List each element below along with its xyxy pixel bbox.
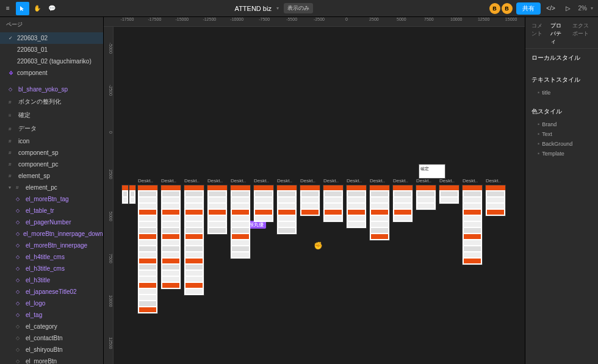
- layer-item[interactable]: #データ: [0, 122, 103, 135]
- layer-item[interactable]: #component_sp: [0, 147, 103, 159]
- layer-item[interactable]: ◇el_shiryouBtn: [0, 344, 103, 355]
- artboard-frame[interactable]: Deskt..: [486, 185, 505, 216]
- artboard-frame[interactable]: Deskt..: [463, 185, 482, 265]
- artboard-frame[interactable]: Deskt..: [323, 185, 343, 222]
- left-panel: ページ ✓220603_02220603_01220603_02 (taguch…: [0, 17, 104, 364]
- comment-tool[interactable]: 💬: [45, 2, 59, 15]
- layer-item[interactable]: ◇el_moreBtn: [0, 355, 103, 364]
- color-style-item[interactable]: Text: [531, 129, 592, 139]
- share-button[interactable]: 共有: [516, 2, 541, 15]
- artboard-frame[interactable]: Deskt..: [231, 185, 250, 259]
- page-item[interactable]: ✓220603_02: [0, 32, 103, 44]
- artboard-frame[interactable]: Deskt..: [184, 185, 204, 295]
- artboard-frame[interactable]: Deskt..: [254, 185, 273, 222]
- layer-item[interactable]: ◇el_tag: [0, 309, 103, 321]
- hand-tool[interactable]: ✋: [31, 2, 44, 15]
- hand-cursor-icon: ✊: [314, 241, 323, 250]
- layer-item[interactable]: ◇el_contactBtn: [0, 332, 103, 344]
- present-icon[interactable]: ▷: [561, 2, 575, 15]
- layer-item[interactable]: #element_sp: [0, 170, 103, 182]
- page-item[interactable]: 220603_01: [0, 44, 103, 55]
- move-tool[interactable]: [16, 2, 29, 15]
- layer-item[interactable]: ◇el_table_tr: [0, 205, 103, 216]
- avatar[interactable]: B: [502, 3, 513, 14]
- avatars[interactable]: BB: [489, 3, 513, 14]
- file-name[interactable]: ATTEND biz: [235, 5, 272, 12]
- avatar[interactable]: B: [489, 3, 500, 14]
- canvas[interactable]: -17500-17500-15000-12500-10000-7500-5500…: [104, 17, 525, 364]
- pages-section-title: ページ: [0, 17, 103, 32]
- layer-item[interactable]: #icon: [0, 135, 103, 147]
- artboard-frame[interactable]: Deskt..: [370, 185, 389, 240]
- layer-item[interactable]: ◇el_h3title_cms: [0, 263, 103, 274]
- local-styles-title: ローカルスタイル: [531, 54, 592, 62]
- artboard-frame[interactable]: [129, 185, 135, 204]
- artboard-frame[interactable]: Deskt..: [207, 185, 227, 234]
- color-style-item[interactable]: Brand: [531, 120, 592, 129]
- floating-selection[interactable]: 確定: [419, 164, 445, 179]
- layer-item[interactable]: ◇el_moreBtn_innerpage: [0, 240, 103, 251]
- artboard-frame[interactable]: Deskt..: [138, 185, 157, 313]
- text-style-item[interactable]: title: [531, 88, 592, 98]
- layer-item[interactable]: ◇el_moreBtn_tag: [0, 193, 103, 205]
- artboard-frame[interactable]: Deskt..: [161, 185, 181, 289]
- layer-item[interactable]: ◇el_h3title: [0, 274, 103, 286]
- layer-item[interactable]: ◇el_pagerNumber: [0, 216, 103, 228]
- layer-item[interactable]: ◇el_moreBtn_innerpage_down: [0, 228, 103, 240]
- layers-list: ◇bl_share_yoko_sp#ボタンの整列化≡確定#データ#icon#co…: [0, 84, 103, 364]
- color-styles-title: 色スタイル: [531, 107, 592, 116]
- text-styles-title: テキストスタイル: [531, 76, 592, 84]
- inspector-tab[interactable]: エクスポート: [572, 22, 592, 46]
- layer-item[interactable]: ◇el_japaneseTitle02: [0, 286, 103, 298]
- artboard-frame[interactable]: Deskt..: [347, 185, 366, 228]
- dev-mode-icon[interactable]: </>: [544, 2, 558, 15]
- view-mode-badge: 表示のみ: [284, 3, 313, 13]
- artboard-frame[interactable]: Deskt..: [439, 185, 459, 204]
- color-style-item[interactable]: Template: [531, 149, 592, 159]
- right-panel: コメントプロパティエクスポート ローカルスタイル テキストスタイル title …: [525, 17, 598, 364]
- page-item[interactable]: ❖component: [0, 67, 103, 79]
- color-style-item[interactable]: BackGround: [531, 139, 592, 149]
- layer-item[interactable]: ≡確定: [0, 109, 103, 122]
- layer-item[interactable]: #component_pc: [0, 159, 103, 170]
- artboard-frame[interactable]: Deskt..: [393, 185, 412, 222]
- artboard-frame[interactable]: [122, 185, 128, 204]
- layer-item[interactable]: #element_pc: [0, 182, 103, 193]
- inspector-tab[interactable]: プロパティ: [550, 22, 566, 46]
- layer-item[interactable]: ◇el_logo: [0, 298, 103, 309]
- ruler-vertical: -5000-250002500500075001000012500: [104, 27, 113, 364]
- ruler-horizontal: -17500-17500-15000-12500-10000-7500-5500…: [104, 17, 525, 27]
- layer-item[interactable]: ◇bl_share_yoko_sp: [0, 84, 103, 95]
- toolbar: ≡ ✋ 💬 ATTEND biz ▾ 表示のみ BB 共有 </> ▷ 2% ▾: [0, 0, 598, 17]
- zoom-level[interactable]: 2%: [578, 5, 587, 12]
- artboard-frame[interactable]: Deskt..: [300, 185, 320, 216]
- layer-item[interactable]: ◇el_category: [0, 321, 103, 332]
- page-item[interactable]: 220603_02 (taguchimariko): [0, 55, 103, 67]
- inspector-tab[interactable]: コメント: [531, 22, 544, 46]
- artboard-frame[interactable]: Deskt..: [416, 185, 436, 210]
- artboard-frame[interactable]: Deskt..: [277, 185, 297, 234]
- pages-list: ✓220603_02220603_01220603_02 (taguchimar…: [0, 32, 103, 79]
- menu-icon[interactable]: ≡: [1, 2, 15, 15]
- inspector-tabs: コメントプロパティエクスポート: [525, 20, 598, 49]
- layer-item[interactable]: ◇el_h4title_cms: [0, 251, 103, 263]
- layer-item[interactable]: #ボタンの整列化: [0, 95, 103, 109]
